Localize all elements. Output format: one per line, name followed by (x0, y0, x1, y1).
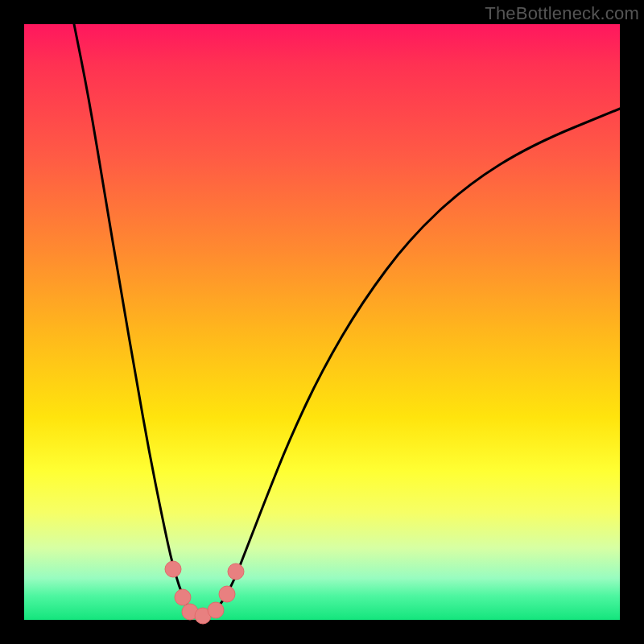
curve-markers (165, 561, 244, 624)
data-point-marker (175, 589, 191, 605)
data-point-marker (165, 561, 181, 577)
chart-frame: TheBottleneck.com (0, 0, 644, 644)
bottleneck-curve (24, 24, 620, 620)
curve-right-branch (196, 109, 620, 617)
watermark-label: TheBottleneck.com (485, 3, 639, 24)
data-point-marker (208, 602, 224, 618)
curve-left-branch (74, 24, 196, 616)
plot-area (24, 24, 620, 620)
data-point-marker (228, 564, 244, 580)
data-point-marker (219, 586, 235, 602)
